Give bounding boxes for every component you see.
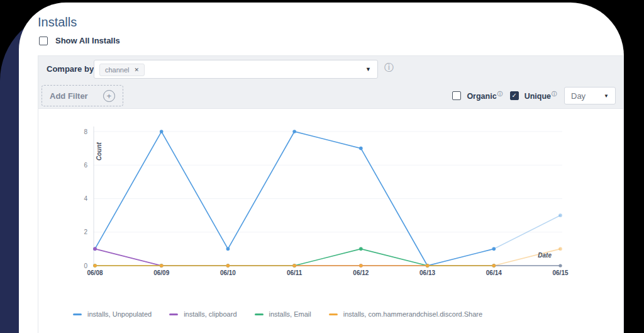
filter-controls-row: Add Filter + Organicⓘ ✓ Uniqueⓘ xyxy=(38,82,623,109)
organic-checkbox-group[interactable]: Organicⓘ xyxy=(452,91,502,101)
page: Installs Show All Installs Compare by ch… xyxy=(0,0,644,333)
legend-label: installs, Unpopulated xyxy=(87,310,152,318)
svg-text:06/09: 06/09 xyxy=(153,269,169,276)
chart-legend: installs, Unpopulatedinstalls, clipboard… xyxy=(73,310,482,318)
legend-swatch-icon xyxy=(73,313,82,315)
compare-by-select[interactable]: channel ✕ ▼ xyxy=(94,60,378,79)
svg-text:2: 2 xyxy=(84,229,87,235)
legend-swatch-icon xyxy=(255,313,264,315)
chart-options: Organicⓘ ✓ Uniqueⓘ Day ▼ xyxy=(452,87,616,104)
legend-label: installs, com.hammerandchisel.discord.Sh… xyxy=(343,310,482,318)
legend-item[interactable]: installs, Email xyxy=(255,310,311,318)
content-card: Installs Show All Installs Compare by ch… xyxy=(19,3,624,333)
add-filter-button[interactable]: Add Filter + xyxy=(42,85,123,106)
legend-label: installs, Email xyxy=(269,310,311,318)
svg-text:4: 4 xyxy=(84,195,87,202)
legend-item[interactable]: installs, Unpopulated xyxy=(73,310,152,318)
add-filter-label: Add Filter xyxy=(50,91,88,101)
svg-text:06/12: 06/12 xyxy=(353,269,369,276)
legend-item[interactable]: installs, clipboard xyxy=(169,310,236,318)
interval-select[interactable]: Day ▼ xyxy=(564,87,616,104)
info-icon[interactable]: ⓘ xyxy=(384,62,394,74)
compare-by-row: Compare by channel ✕ ▼ ⓘ xyxy=(38,56,623,82)
svg-text:6: 6 xyxy=(84,162,87,169)
compare-by-label: Compare by xyxy=(47,64,94,74)
svg-text:06/11: 06/11 xyxy=(287,269,303,276)
organic-checkbox[interactable] xyxy=(452,91,461,100)
remove-tag-icon[interactable]: ✕ xyxy=(135,67,140,73)
compare-tag-label: channel xyxy=(105,66,130,74)
svg-text:06/13: 06/13 xyxy=(419,269,435,276)
svg-text:8: 8 xyxy=(84,128,87,135)
info-icon[interactable]: ⓘ xyxy=(552,91,557,97)
caret-down-icon: ▼ xyxy=(604,93,609,99)
show-all-label: Show All Installs xyxy=(55,36,120,45)
info-icon[interactable]: ⓘ xyxy=(497,91,502,97)
interval-value: Day xyxy=(571,91,586,101)
unique-label: Uniqueⓘ xyxy=(525,91,557,101)
show-all-installs-row: Show All Installs xyxy=(39,36,120,45)
svg-text:0: 0 xyxy=(84,262,87,269)
organic-label: Organicⓘ xyxy=(467,91,502,101)
svg-text:06/14: 06/14 xyxy=(486,269,502,276)
filters-panel: Compare by channel ✕ ▼ ⓘ Add Filter + xyxy=(38,56,623,109)
page-title: Installs xyxy=(38,15,77,30)
legend-swatch-icon xyxy=(169,313,178,315)
chart-area: 0246806/0806/0906/1006/1106/1206/1306/14… xyxy=(38,109,623,333)
unique-checkbox[interactable]: ✓ xyxy=(510,91,519,100)
caret-down-icon: ▼ xyxy=(365,66,371,72)
chart-tile: Compare by channel ✕ ▼ ⓘ Add Filter + xyxy=(38,55,624,333)
legend-item[interactable]: installs, com.hammerandchisel.discord.Sh… xyxy=(329,310,482,318)
compare-tag[interactable]: channel ✕ xyxy=(99,64,145,76)
show-all-checkbox[interactable] xyxy=(39,37,48,45)
svg-text:06/08: 06/08 xyxy=(87,269,103,276)
plus-icon: + xyxy=(103,90,115,102)
legend-label: installs, clipboard xyxy=(184,310,236,318)
svg-text:Date: Date xyxy=(538,252,552,259)
line-chart[interactable]: 0246806/0806/0906/1006/1106/1206/1306/14… xyxy=(38,109,623,298)
legend-swatch-icon xyxy=(329,313,338,315)
svg-text:Count: Count xyxy=(96,142,103,161)
svg-text:06/10: 06/10 xyxy=(220,269,236,276)
unique-checkbox-group[interactable]: ✓ Uniqueⓘ xyxy=(510,91,557,101)
svg-text:06/15: 06/15 xyxy=(552,269,568,276)
